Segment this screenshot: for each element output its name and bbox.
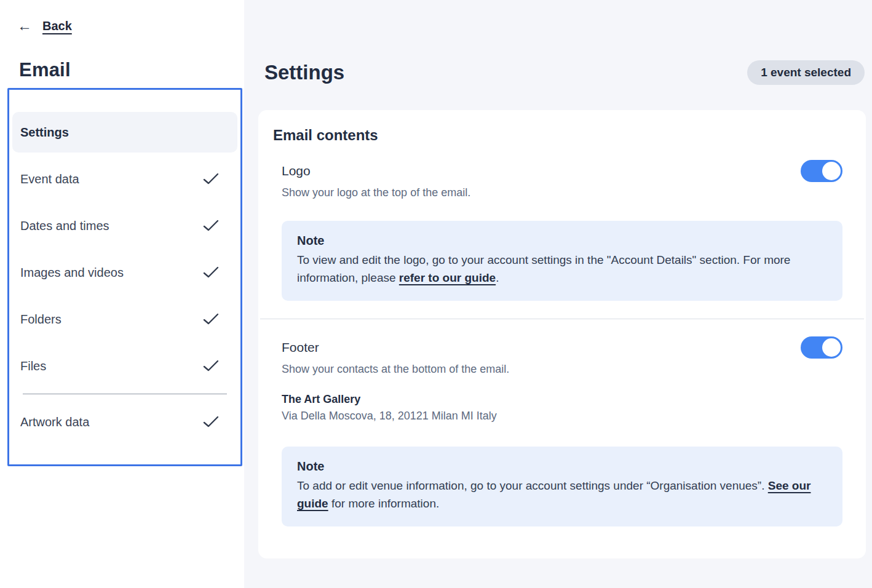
logo-section: Logo Show your logo at the top of the em… (282, 160, 842, 301)
note-title: Note (297, 459, 827, 474)
checkmark-icon (203, 313, 219, 325)
venue-address: Via Della Moscova, 18, 20121 Milan MI It… (282, 410, 842, 423)
note-text: . (496, 271, 499, 284)
app-window: ← Back Email Settings Event data Dates a… (0, 0, 872, 588)
main-header: Settings 1 event selected (258, 60, 866, 85)
note-text: for more information. (328, 497, 440, 510)
footer-toggle-row: Footer (282, 336, 842, 359)
sidebar-divider (23, 394, 227, 394)
sidebar-item-artwork-data[interactable]: Artwork data (12, 402, 237, 442)
back-arrow-icon: ← (17, 18, 32, 33)
note-text: To add or edit venue information, go to … (297, 479, 768, 492)
note-body: To view and edit the logo, go to your ac… (297, 251, 827, 287)
note-title: Note (297, 234, 827, 248)
logo-toggle[interactable] (801, 160, 842, 182)
logo-note: Note To view and edit the logo, go to yo… (282, 221, 842, 301)
checkmark-icon (203, 220, 219, 232)
page-title: Settings (264, 61, 344, 84)
footer-label: Footer (282, 340, 319, 355)
sidebar-item-label: Folders (20, 312, 61, 327)
logo-toggle-row: Logo (282, 160, 842, 182)
sidebar-item-label: Artwork data (20, 415, 89, 429)
sidebar-item-dates-and-times[interactable]: Dates and times (12, 205, 237, 246)
sidebar: ← Back Email Settings Event data Dates a… (0, 0, 244, 588)
checkmark-icon (203, 266, 219, 279)
sidebar-item-files[interactable]: Files (12, 346, 237, 386)
note-body: To add or edit venue information, go to … (297, 477, 827, 512)
venue-info: The Art Gallery Via Della Moscova, 18, 2… (282, 393, 842, 423)
main-content: Settings 1 event selected Email contents… (244, 0, 872, 588)
toggle-knob (822, 162, 841, 180)
email-contents-card: Email contents Logo Show your logo at th… (258, 110, 866, 558)
sidebar-item-label: Images and videos (20, 266, 124, 280)
sidebar-item-settings[interactable]: Settings (12, 112, 237, 153)
logo-description: Show your logo at the top of the email. (282, 186, 842, 199)
refer-to-guide-link[interactable]: refer to our guide (399, 271, 496, 284)
sidebar-item-label: Settings (20, 125, 69, 140)
venue-name: The Art Gallery (282, 393, 842, 406)
back-label: Back (42, 19, 72, 33)
logo-label: Logo (282, 164, 311, 178)
checkmark-icon (203, 360, 219, 372)
sidebar-title: Email (19, 59, 244, 81)
footer-toggle[interactable] (801, 336, 842, 359)
footer-description: Show your contacts at the bottom of the … (282, 363, 842, 376)
sidebar-item-label: Event data (20, 172, 79, 186)
sidebar-nav-box: Settings Event data Dates and times Imag… (7, 88, 242, 466)
toggle-knob (822, 338, 841, 357)
back-button[interactable]: ← Back (17, 18, 72, 33)
sidebar-item-images-and-videos[interactable]: Images and videos (12, 252, 237, 293)
checkmark-icon (203, 173, 219, 185)
sidebar-item-label: Dates and times (20, 219, 109, 233)
card-divider (260, 319, 864, 319)
sidebar-item-label: Files (20, 359, 46, 373)
note-text: To view and edit the logo, go to your ac… (297, 253, 790, 284)
footer-note: Note To add or edit venue information, g… (282, 447, 842, 526)
footer-section: Footer Show your contacts at the bottom … (282, 336, 842, 526)
event-selected-badge: 1 event selected (747, 60, 865, 85)
sidebar-item-folders[interactable]: Folders (12, 299, 237, 340)
checkmark-icon (203, 416, 219, 428)
card-title: Email contents (273, 127, 842, 144)
sidebar-item-event-data[interactable]: Event data (12, 159, 237, 199)
